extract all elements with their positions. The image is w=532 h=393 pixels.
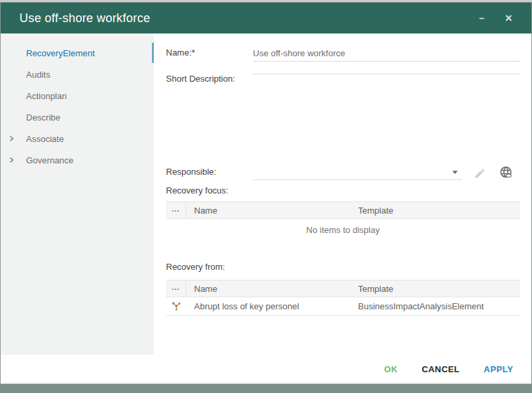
recovery-from-label: Recovery from: [166, 261, 225, 273]
minimize-icon[interactable]: – [476, 13, 487, 23]
recovery-focus-label: Recovery focus: [166, 185, 228, 197]
column-header-name: Name [186, 284, 355, 294]
close-icon[interactable]: ✕ [503, 13, 514, 23]
column-header-name: Name [186, 206, 355, 216]
pencil-icon [474, 167, 486, 179]
dialog-title: Use off-shore workforce [19, 11, 150, 25]
sidebar-item-label: Associate [26, 134, 64, 144]
dialog-body: RecoveryElement Audits Actionplan Descri… [1, 33, 531, 355]
globe-user-icon [499, 165, 513, 179]
table-row[interactable]: Abrupt loss of key personel BusinessImpa… [166, 297, 520, 316]
screen: Use off-shore workforce – ✕ RecoveryElem… [0, 0, 532, 393]
row-name-cell: Abrupt loss of key personel [186, 301, 355, 311]
main-form-panel: Name:* Short Description: Responsible: [154, 33, 531, 355]
background-app-strip-bottom [0, 384, 532, 393]
column-actions-menu[interactable]: ••• [166, 202, 186, 218]
sidebar-item-label: Audits [26, 70, 50, 80]
chevron-right-icon [7, 135, 15, 143]
responsible-label: Responsible: [166, 166, 216, 178]
element-network-icon [171, 301, 181, 311]
sidebar-item-governance[interactable]: Governance [1, 149, 154, 171]
row-template-cell: BusinessImpactAnalysisElement [355, 301, 520, 311]
dialog-footer: OK CANCEL APPLY [1, 355, 531, 384]
window-controls: – ✕ [476, 13, 514, 23]
sidebar-item-associate[interactable]: Associate [1, 128, 154, 149]
short-description-label: Short Description: [166, 73, 235, 85]
responsible-select[interactable] [253, 164, 462, 180]
globe-assign-button[interactable] [499, 165, 513, 179]
sidebar: RecoveryElement Audits Actionplan Descri… [1, 33, 154, 355]
column-actions-menu[interactable]: ••• [166, 281, 186, 297]
recovery-focus-header: ••• Name Template [166, 202, 520, 219]
recovery-from-table: ••• Name Template [166, 280, 520, 316]
short-description-input[interactable] [253, 58, 521, 74]
dialog-use-off-shore-workforce: Use off-shore workforce – ✕ RecoveryElem… [0, 2, 532, 384]
chevron-right-icon [7, 156, 15, 164]
empty-state-text: No items to display [166, 223, 520, 238]
dropdown-caret-icon [452, 171, 458, 174]
apply-button[interactable]: APPLY [482, 362, 515, 377]
ok-button[interactable]: OK [383, 362, 399, 377]
sidebar-item-label: Governance [26, 155, 74, 165]
column-header-template: Template [355, 284, 520, 294]
sidebar-item-label: RecoveryElement [26, 48, 95, 58]
row-icon-cell [166, 301, 186, 311]
sidebar-item-recoveryelement[interactable]: RecoveryElement [1, 42, 154, 64]
edit-button[interactable] [472, 166, 487, 181]
dialog-titlebar: Use off-shore workforce – ✕ [1, 3, 531, 33]
sidebar-item-audits[interactable]: Audits [1, 64, 154, 85]
sidebar-item-describe[interactable]: Describe [1, 106, 154, 128]
cancel-button[interactable]: CANCEL [420, 362, 461, 377]
recovery-focus-table: ••• Name Template No items to display [166, 202, 520, 238]
name-label: Name:* [166, 47, 195, 59]
sidebar-item-label: Actionplan [26, 91, 67, 101]
sidebar-item-actionplan[interactable]: Actionplan [1, 85, 154, 106]
column-header-template: Template [355, 206, 520, 216]
sidebar-item-label: Describe [26, 112, 60, 123]
recovery-from-header: ••• Name Template [166, 280, 520, 297]
